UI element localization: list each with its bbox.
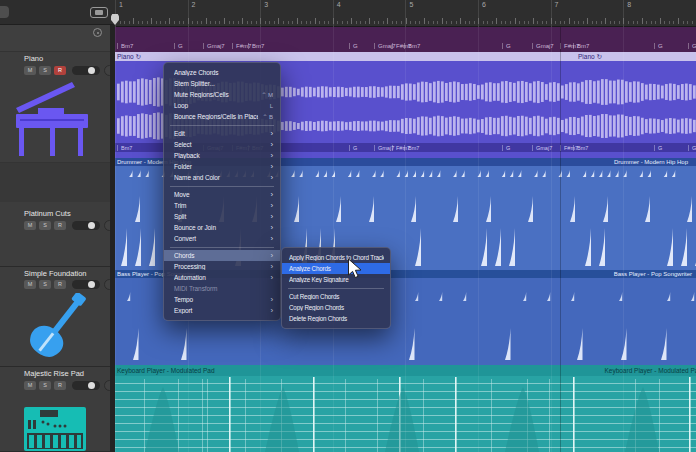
record-enable-button[interactable]: R bbox=[54, 280, 66, 289]
menu-shortcut: ⌃ M bbox=[262, 91, 273, 98]
record-enable-button[interactable]: R bbox=[54, 221, 66, 230]
track-zoom-icon[interactable] bbox=[93, 28, 102, 37]
volume-slider[interactable] bbox=[72, 221, 100, 230]
track-header-majestic-rise-pad[interactable]: Majestic Rise Pad M S R bbox=[0, 367, 110, 452]
ruler-tick bbox=[419, 21, 420, 24]
menu-item-analyze-chords[interactable]: Analyze Chords bbox=[282, 263, 390, 274]
menu-item-analyze-chords[interactable]: Analyze Chords bbox=[164, 67, 280, 78]
mute-button[interactable]: M bbox=[24, 381, 36, 390]
track-name[interactable]: Simple Foundation bbox=[24, 269, 87, 278]
ruler-tick bbox=[524, 21, 525, 24]
menu-divider bbox=[170, 186, 274, 187]
menu-item-cut-region-chords[interactable]: Cut Region Chords bbox=[282, 291, 390, 302]
menu-item-tempo[interactable]: Tempo› bbox=[164, 294, 280, 305]
ruler-tick bbox=[206, 18, 207, 24]
ruler-tick bbox=[378, 21, 379, 24]
solo-button[interactable]: S bbox=[39, 221, 51, 230]
menu-item-copy-region-chords[interactable]: Copy Region Chords bbox=[282, 302, 390, 313]
solo-button[interactable]: S bbox=[39, 381, 51, 390]
menu-item-move[interactable]: Move› bbox=[164, 189, 280, 200]
mute-button[interactable]: M bbox=[24, 221, 36, 230]
ruler-tick bbox=[356, 21, 357, 24]
ruler-tick bbox=[229, 21, 230, 24]
menu-item-midi-transform: MIDI Transform bbox=[164, 283, 280, 294]
ruler-tick bbox=[578, 21, 579, 24]
ruler-tick bbox=[433, 21, 434, 24]
gridline bbox=[478, 27, 479, 452]
mouse-cursor bbox=[347, 258, 363, 280]
display-mode-icon[interactable] bbox=[90, 7, 108, 18]
submenu-arrow-icon: › bbox=[270, 211, 273, 222]
ruler-tick bbox=[401, 21, 402, 24]
ruler-tick bbox=[256, 21, 257, 24]
menu-item-edit[interactable]: Edit› bbox=[164, 128, 280, 139]
ruler-tick bbox=[315, 18, 316, 24]
menu-item-convert[interactable]: Convert› bbox=[164, 233, 280, 244]
ruler-tick bbox=[510, 21, 511, 24]
menu-item-apply-region-chords-to-chord-track[interactable]: Apply Region Chords to Chord Track bbox=[282, 252, 390, 263]
menu-item-split[interactable]: Split› bbox=[164, 211, 280, 222]
ruler-tick bbox=[642, 18, 643, 24]
submenu-arrow-icon: › bbox=[270, 189, 273, 200]
ruler-tick bbox=[210, 21, 211, 24]
menu-item-chords[interactable]: Chords› bbox=[164, 250, 280, 261]
menu-shortcut: L bbox=[270, 103, 273, 109]
menu-item-label: Analyze Chords bbox=[289, 265, 384, 272]
submenu-arrow-icon: › bbox=[270, 272, 273, 283]
ruler-tick bbox=[555, 21, 556, 24]
chord-label: G bbox=[654, 145, 662, 151]
volume-slider[interactable] bbox=[72, 381, 100, 390]
menu-item-playback[interactable]: Playback› bbox=[164, 150, 280, 161]
ruler-tick bbox=[542, 21, 543, 24]
ruler-tick bbox=[233, 21, 234, 24]
solo-button[interactable]: S bbox=[39, 66, 51, 75]
gridline bbox=[623, 27, 624, 452]
menu-item-folder[interactable]: Folder› bbox=[164, 161, 280, 172]
solo-button[interactable]: S bbox=[39, 280, 51, 289]
menu-item-label: Bounce or Join bbox=[174, 224, 265, 231]
mute-button[interactable]: M bbox=[24, 280, 36, 289]
ruler-tick bbox=[179, 21, 180, 24]
menu-item-name-and-color[interactable]: Name and Color› bbox=[164, 172, 280, 183]
track-header-platinum-cuts[interactable]: Platinum Cuts M S R bbox=[0, 202, 110, 267]
menu-item-automation[interactable]: Automation› bbox=[164, 272, 280, 283]
menu-item-bounce-regions-cells-in-place[interactable]: Bounce Regions/Cells in Place...⌃ B bbox=[164, 111, 280, 122]
track-header-simple-foundation[interactable]: Simple Foundation M S R bbox=[0, 267, 110, 367]
ruler-tick bbox=[120, 21, 121, 24]
ruler-tick bbox=[583, 21, 584, 24]
menu-item-loop[interactable]: LoopL bbox=[164, 100, 280, 111]
bar-ruler[interactable]: 12345678 bbox=[115, 0, 696, 27]
menu-item-label: Move bbox=[174, 191, 265, 198]
track-name[interactable]: Piano bbox=[24, 54, 43, 63]
ruler-tick bbox=[274, 21, 275, 24]
menu-item-stem-splitter[interactable]: Stem Splitter... bbox=[164, 78, 280, 89]
bar-number: 7 bbox=[555, 1, 559, 8]
track-name[interactable]: Platinum Cuts bbox=[24, 209, 71, 218]
track-name[interactable]: Majestic Rise Pad bbox=[24, 369, 84, 378]
ruler-tick bbox=[392, 21, 393, 24]
record-enable-button[interactable]: R bbox=[54, 381, 66, 390]
ruler-tick bbox=[678, 18, 679, 24]
ruler-tick bbox=[428, 21, 429, 24]
menu-item-mute-regions-cells[interactable]: Mute Regions/Cells⌃ M bbox=[164, 89, 280, 100]
menu-item-bounce-or-join[interactable]: Bounce or Join› bbox=[164, 222, 280, 233]
menu-item-processing[interactable]: Processing› bbox=[164, 261, 280, 272]
ruler-tick bbox=[587, 18, 588, 24]
menu-item-select[interactable]: Select› bbox=[164, 139, 280, 150]
menu-item-analyze-key-signature[interactable]: Analyze Key Signature bbox=[282, 274, 390, 285]
record-enable-button[interactable]: R bbox=[54, 66, 66, 75]
volume-slider[interactable] bbox=[72, 66, 100, 75]
ruler-tick bbox=[483, 21, 484, 24]
menu-item-delete-region-chords[interactable]: Delete Region Chords bbox=[282, 313, 390, 324]
ruler-tick bbox=[224, 18, 225, 24]
mute-button[interactable]: M bbox=[24, 66, 36, 75]
ruler-tick bbox=[319, 21, 320, 24]
menu-item-label: Cut Region Chords bbox=[289, 293, 384, 300]
ruler-tick bbox=[619, 21, 620, 24]
volume-slider[interactable] bbox=[72, 280, 100, 289]
menu-item-export[interactable]: Export› bbox=[164, 305, 280, 316]
toolbar-pill-button[interactable] bbox=[0, 6, 9, 18]
menu-item-trim[interactable]: Trim› bbox=[164, 200, 280, 211]
menu-item-label: Analyze Chords bbox=[174, 69, 273, 76]
track-header-piano[interactable]: Piano M S R bbox=[0, 52, 110, 202]
